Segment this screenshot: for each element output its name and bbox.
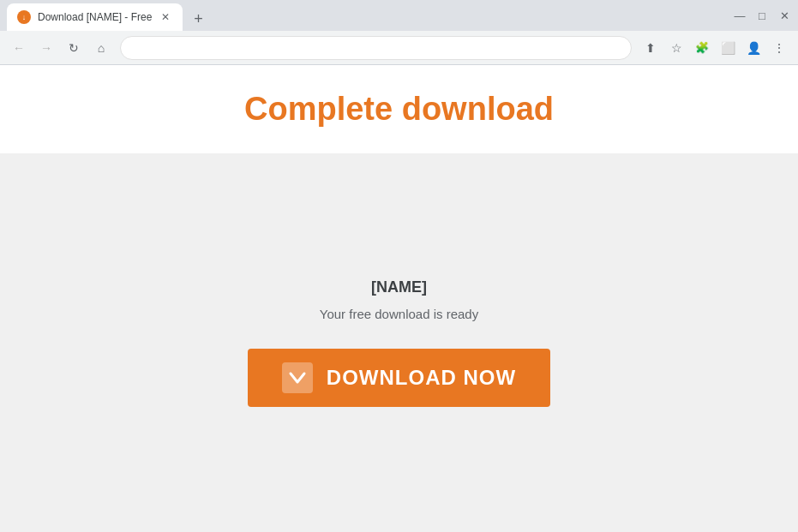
reload-button[interactable]: ↻ [62, 36, 86, 60]
minimize-icon[interactable]: — [733, 9, 747, 22]
extensions-button[interactable]: 🧩 [690, 36, 714, 60]
menu-button[interactable]: ⋮ [767, 36, 791, 60]
new-tab-button[interactable]: + [186, 7, 210, 31]
split-icon: ⬜ [721, 41, 735, 55]
bookmark-icon: ☆ [671, 41, 682, 55]
download-card: [NAME] Your free download is ready DOWNL… [196, 244, 602, 441]
title-bar: ↓ Download [NAME] - Free ✕ + — □ ✕ [0, 0, 798, 31]
tab-close-button[interactable]: ✕ [159, 10, 172, 24]
profile-icon: 👤 [747, 41, 761, 55]
download-now-button[interactable]: DOWNLOAD NOW [248, 349, 550, 407]
toolbar-actions: ⬆ ☆ 🧩 ⬜ 👤 ⋮ [639, 36, 791, 60]
split-view-button[interactable]: ⬜ [716, 36, 740, 60]
window-controls: — □ ✕ [733, 9, 791, 22]
bookmark-button[interactable]: ☆ [664, 36, 688, 60]
main-area: [NAME] Your free download is ready DOWNL… [0, 153, 798, 532]
profile-button[interactable]: 👤 [741, 36, 765, 60]
maximize-icon[interactable]: □ [755, 9, 769, 22]
forward-icon: → [40, 41, 52, 55]
home-button[interactable]: ⌂ [89, 36, 113, 60]
chrome-window: ↓ Download [NAME] - Free ✕ + — □ ✕ ← → [0, 0, 798, 532]
menu-icon: ⋮ [773, 41, 785, 55]
tab-bar: ↓ Download [NAME] - Free ✕ + [7, 0, 726, 31]
home-icon: ⌂ [98, 41, 105, 55]
download-button-label: DOWNLOAD NOW [327, 366, 516, 390]
product-name: [NAME] [248, 278, 550, 296]
tab-favicon-icon: ↓ [17, 10, 31, 24]
toolbar: ← → ↻ ⌂ ⬆ ☆ 🧩 ⬜ 👤 [0, 31, 798, 65]
close-icon[interactable]: ✕ [777, 9, 791, 22]
page-header: Complete download [0, 65, 798, 153]
reload-icon: ↻ [69, 41, 79, 55]
share-button[interactable]: ⬆ [639, 36, 663, 60]
back-icon: ← [13, 41, 25, 55]
back-button[interactable]: ← [7, 36, 31, 60]
page-title: Complete download [17, 91, 781, 128]
page-content: Complete download [NAME] Your free downl… [0, 65, 798, 532]
tab-title: Download [NAME] - Free [38, 11, 152, 23]
active-tab[interactable]: ↓ Download [NAME] - Free ✕ [7, 3, 183, 31]
share-icon: ⬆ [645, 41, 656, 55]
address-bar[interactable] [120, 36, 632, 60]
extensions-icon: 🧩 [695, 41, 709, 54]
forward-button[interactable]: → [34, 36, 58, 60]
chevron-down-icon [282, 362, 313, 393]
ready-text: Your free download is ready [248, 307, 550, 321]
